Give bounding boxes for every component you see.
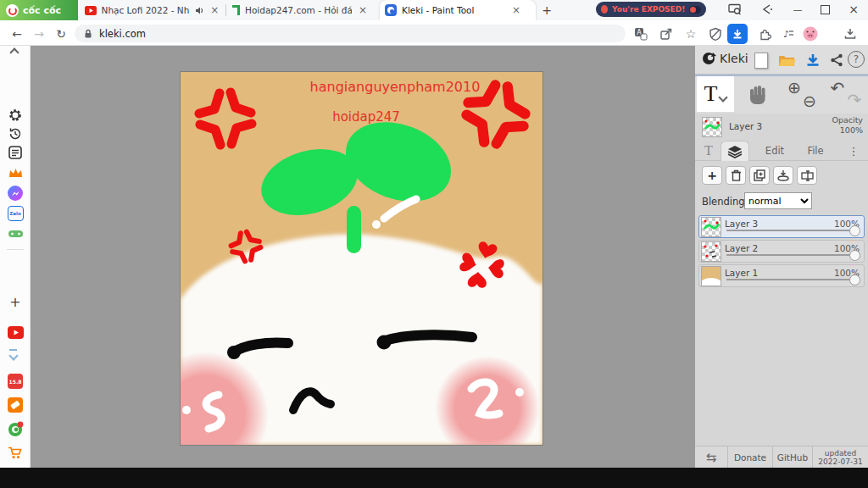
close-button[interactable]: ×	[841, 0, 866, 19]
history-icon[interactable]	[7, 125, 24, 142]
reload-button[interactable]: ↻	[53, 25, 70, 42]
download-active-button[interactable]	[727, 24, 748, 44]
screen-capture-icon[interactable]	[722, 0, 748, 19]
reading-list-icon[interactable]	[7, 144, 24, 161]
tab-divider	[225, 4, 226, 16]
tab-close-icon[interactable]: ×	[510, 4, 522, 16]
tab-close-icon[interactable]: ×	[357, 4, 369, 16]
zoom-out-icon[interactable]: ⊖	[800, 92, 819, 110]
drawing-canvas[interactable]: hangianguyenpham2010 hoidap247	[181, 72, 542, 445]
opacity-slider-track[interactable]	[726, 254, 852, 256]
eyebrow-end-right	[377, 336, 392, 350]
text-tool-button-active[interactable]: T	[697, 76, 734, 112]
help-icon[interactable]: ?	[848, 51, 865, 68]
music-player-icon[interactable]: ♪	[778, 25, 797, 43]
minimize-button[interactable]: —	[785, 0, 810, 19]
tab-layers-active[interactable]	[721, 141, 749, 161]
canvas-text-site: hoidap247	[332, 109, 400, 125]
tab-bar: cốc cốc Nhạc Lofi 2022 - Những × Hoidap2…	[0, 0, 868, 20]
add-layer-button[interactable]: +	[702, 166, 722, 185]
address-field[interactable]: kleki.com	[75, 25, 626, 42]
share-icon[interactable]	[657, 25, 676, 43]
tab-text[interactable]: T	[697, 141, 721, 161]
opacity-slider-track[interactable]	[726, 279, 852, 280]
lock-icon	[83, 28, 93, 39]
maximize-button[interactable]	[812, 0, 837, 19]
back-button[interactable]: ←	[8, 25, 25, 42]
url-text: kleki.com	[99, 28, 146, 40]
hand-tool-button[interactable]	[741, 76, 775, 112]
coupon-ticket-icon[interactable]	[7, 396, 24, 413]
adblock-shield-icon[interactable]	[706, 25, 725, 43]
tab-close-icon[interactable]: ×	[209, 4, 220, 16]
active-layer-info: Layer 3 Opacity 100%	[695, 114, 868, 139]
opacity-slider-knob[interactable]	[849, 274, 860, 286]
exposed-signal-icon	[601, 5, 608, 14]
tab-youtube[interactable]: Nhạc Lofi 2022 - Những ×	[80, 0, 225, 20]
updated-info: updated 2022-07-31	[812, 446, 868, 468]
vpn-exposed-badge[interactable]: You're EXPOSED!	[596, 2, 706, 17]
coccoc-brand-button[interactable]: cốc cốc	[0, 0, 78, 20]
layer-thumbnail	[701, 266, 721, 286]
kleki-logo-icon	[702, 51, 716, 65]
blush-dot-left	[182, 406, 191, 414]
kleki-app-name: Kleki	[720, 52, 748, 65]
extensions-puzzle-icon[interactable]	[756, 25, 775, 43]
kleki-footer: ⇆ Donate GitHub updated 2022-07-31	[695, 446, 868, 468]
layer-thumbnail	[701, 217, 721, 237]
svg-text:♪: ♪	[783, 29, 789, 40]
tab-hoidap247[interactable]: Hoidap247.com - Hỏi đáp on ×	[227, 0, 376, 20]
coccoc-logo-icon	[6, 4, 19, 17]
opacity-slider-knob[interactable]	[849, 225, 860, 236]
blending-select[interactable]: normal	[744, 192, 812, 209]
pin-chevron-icon[interactable]	[9, 349, 17, 359]
tab-audio-icon[interactable]	[195, 6, 204, 15]
redo-icon[interactable]: ↷	[844, 90, 865, 110]
chevron-down-icon	[719, 92, 728, 102]
save-download-icon[interactable]	[804, 51, 822, 69]
text-tool-glyph: T	[704, 81, 718, 107]
messenger-icon[interactable]	[7, 185, 24, 202]
games-gamepad-icon[interactable]	[7, 225, 24, 242]
delete-layer-button[interactable]	[726, 166, 746, 185]
tab-file[interactable]: File	[800, 141, 831, 161]
eyebrow-end-left	[227, 346, 241, 359]
vip-crown-icon[interactable]	[7, 164, 24, 181]
share-nodes-icon[interactable]	[827, 51, 846, 69]
layer-row-2[interactable]: Layer 2 100%	[698, 240, 865, 263]
tab-edit[interactable]: Edit	[760, 141, 790, 161]
forward-button[interactable]: →	[31, 25, 47, 42]
chevron-up-icon[interactable]	[11, 49, 18, 56]
duplicate-layer-button[interactable]	[749, 166, 770, 185]
rename-layer-button[interactable]	[797, 166, 817, 185]
new-image-icon[interactable]	[753, 51, 770, 69]
downloads-tray-icon[interactable]	[841, 25, 860, 43]
opacity-slider-knob[interactable]	[849, 250, 860, 261]
merge-layer-button[interactable]	[773, 166, 793, 185]
reopen-tab-icon[interactable]	[754, 0, 780, 19]
profile-avatar[interactable]	[802, 25, 819, 42]
sidebar-divider	[7, 249, 24, 250]
add-shortcut-icon[interactable]: +	[7, 293, 24, 310]
donate-link[interactable]: Donate	[727, 446, 772, 468]
blush-dot-right	[515, 388, 524, 396]
swap-arrows-icon[interactable]: ⇆	[695, 446, 727, 468]
zalo-sidebar-icon[interactable]: Zalo	[7, 205, 24, 222]
layer-row-3[interactable]: Layer 3 100%	[698, 215, 865, 238]
open-file-icon[interactable]	[776, 51, 797, 69]
sale-badge-icon[interactable]: 15.8	[7, 373, 24, 390]
layer-row-1[interactable]: Layer 1 100%	[698, 264, 865, 287]
new-tab-button[interactable]: +	[539, 3, 554, 18]
github-link[interactable]: GitHub	[772, 446, 812, 468]
tab-kleki-active[interactable]: Kleki - Paint Tool ×	[380, 0, 536, 20]
coccoc-news-icon[interactable]	[7, 420, 24, 437]
bookmark-star-icon[interactable]: ☆	[682, 25, 700, 43]
blending-label: Blending	[702, 196, 745, 208]
exposed-toggle[interactable]	[689, 6, 701, 14]
translate-icon[interactable]: A	[632, 25, 650, 43]
youtube-sidebar-icon[interactable]	[7, 324, 24, 341]
opacity-slider-track[interactable]	[726, 230, 852, 231]
panel-menu-dots-icon[interactable]: ⋮	[846, 141, 861, 161]
settings-gear-icon[interactable]	[7, 107, 24, 124]
shopping-cart-icon[interactable]	[7, 444, 24, 461]
